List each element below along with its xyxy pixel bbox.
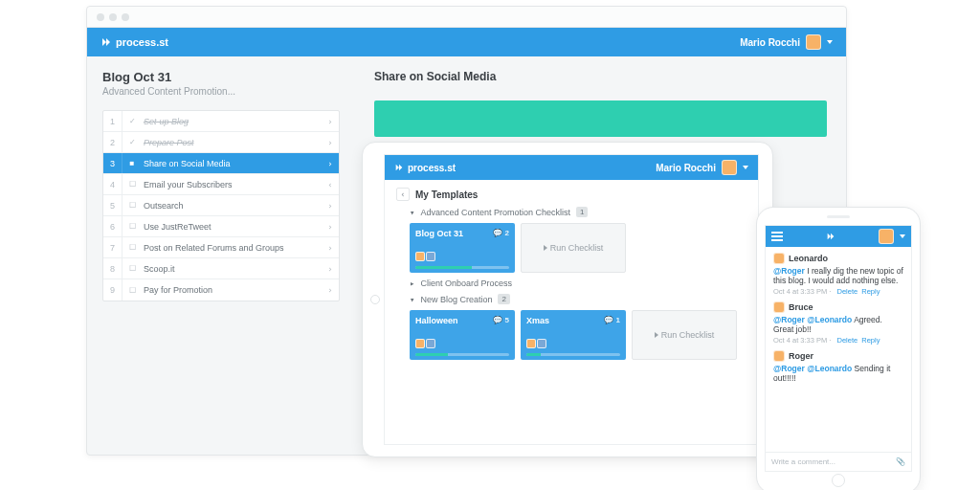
- comment-body: @Roger @Leonardo Agreed. Great job!!: [773, 315, 903, 334]
- mention[interactable]: @Roger: [773, 364, 805, 373]
- attachment-icon[interactable]: 📎: [896, 457, 905, 466]
- logo-icon[interactable]: [826, 232, 835, 241]
- step-number: 2: [103, 132, 122, 152]
- avatar: [773, 253, 785, 264]
- card-title: Xmas: [526, 316, 549, 325]
- comment-author: Roger: [789, 351, 813, 361]
- checklist-card[interactable]: Blog Oct 31💬 2: [410, 223, 515, 273]
- run-checklist-button[interactable]: Run Checklist: [632, 310, 737, 360]
- assignee-avatars: [526, 339, 546, 348]
- back-button[interactable]: ‹: [396, 188, 410, 201]
- template-group[interactable]: ▾New Blog Creation2: [410, 294, 746, 304]
- template-group[interactable]: ▾Advanced Content Promotion Checklist1: [410, 207, 746, 217]
- step-label: Outsearch: [142, 201, 322, 211]
- reply-link[interactable]: Reply: [861, 287, 880, 296]
- step-label: Share on Social Media: [142, 159, 322, 168]
- run-label: Run Checklist: [661, 330, 715, 340]
- comment-author: Leonardo: [789, 254, 828, 263]
- disclosure-icon: ▾: [410, 295, 414, 304]
- panel-heading: Share on Social Media: [374, 70, 827, 83]
- chevron-icon: ›: [322, 138, 339, 147]
- home-button[interactable]: [832, 474, 845, 487]
- comment-count: 💬 1: [604, 316, 620, 324]
- step-label: Use JustReTweet: [142, 222, 322, 232]
- window-dot[interactable]: [122, 13, 129, 21]
- step-label: Set-up Blog: [142, 117, 322, 126]
- step-label: Scoop.it: [142, 264, 322, 274]
- comment-input[interactable]: Write a comment... 📎: [766, 452, 911, 471]
- checkbox-icon: ☐: [122, 201, 142, 210]
- template-group[interactable]: ▸Client Onboard Process: [410, 278, 746, 288]
- user-menu[interactable]: Mario Rocchi: [740, 34, 833, 50]
- step-number: 3: [103, 153, 122, 173]
- play-icon: [655, 332, 658, 338]
- checkbox-icon: ☐: [122, 286, 142, 295]
- mention[interactable]: @Roger: [773, 266, 805, 276]
- step-item[interactable]: 6☐Use JustReTweet›: [103, 216, 339, 237]
- count-badge: 1: [576, 207, 588, 217]
- comment-placeholder: Write a comment...: [771, 457, 835, 466]
- avatar: [722, 160, 737, 175]
- checkbox-icon: ☐: [122, 243, 142, 252]
- chevron-icon: ›: [322, 243, 339, 253]
- primary-action-button[interactable]: [374, 100, 827, 137]
- phone-device: Leonardo@Roger I really dig the new topi…: [756, 207, 921, 490]
- brand-logo[interactable]: process.st: [394, 163, 456, 173]
- checklist-card[interactable]: Halloween💬 5: [410, 310, 515, 360]
- step-item[interactable]: 1✓Set-up Blog›: [103, 111, 339, 132]
- group-title: Client Onboard Process: [420, 278, 512, 288]
- step-item[interactable]: 2✓Prepare Post›: [103, 132, 339, 153]
- step-item[interactable]: 3■Share on Social Media›: [103, 153, 339, 174]
- comment-count: 💬 2: [493, 229, 509, 237]
- comment: Roger@Roger @Leonardo Sending it out!!!!…: [773, 350, 903, 383]
- play-icon: [544, 245, 547, 251]
- window-dot[interactable]: [97, 13, 104, 21]
- brand-text: process.st: [408, 163, 456, 173]
- home-button[interactable]: [370, 295, 380, 304]
- chevron-down-icon: [827, 40, 833, 44]
- checkbox-icon: ☐: [122, 222, 142, 231]
- mention[interactable]: @Leonardo: [807, 315, 852, 324]
- step-number: 8: [103, 258, 122, 278]
- comment-body: @Roger @Leonardo Sending it out!!!!!: [773, 364, 903, 383]
- comment-meta: Oct 4 at 3:33 PM · DeleteReply: [773, 336, 903, 345]
- step-item[interactable]: 4☐Email your Subscribers‹: [103, 174, 339, 195]
- user-menu[interactable]: [879, 229, 905, 244]
- progress-bar: [526, 353, 620, 356]
- chevron-icon: ‹: [322, 180, 339, 189]
- delete-link[interactable]: Delete: [837, 287, 858, 296]
- window-dot[interactable]: [109, 13, 117, 21]
- step-number: 6: [103, 216, 122, 236]
- step-list: 1✓Set-up Blog›2✓Prepare Post›3■Share on …: [102, 110, 340, 301]
- breadcrumb: My Templates: [415, 189, 478, 200]
- step-label: Prepare Post: [142, 138, 322, 147]
- mention[interactable]: @Roger: [773, 315, 805, 324]
- step-item[interactable]: 5☐Outsearch›: [103, 195, 339, 216]
- user-menu[interactable]: Mario Rocchi: [656, 160, 748, 175]
- progress-bar: [415, 353, 509, 356]
- count-badge: 2: [498, 294, 509, 304]
- step-number: 7: [103, 237, 122, 257]
- mention[interactable]: @Leonardo: [807, 364, 852, 373]
- avatar: [879, 229, 894, 244]
- menu-icon[interactable]: [771, 232, 783, 241]
- comment-meta: Oct 4 at 3:33 PM · DeleteReply: [773, 287, 903, 296]
- checkbox-icon: ■: [122, 159, 142, 167]
- disclosure-icon: ▸: [410, 278, 414, 288]
- reply-link[interactable]: Reply: [861, 336, 880, 345]
- step-item[interactable]: 9☐Pay for Promotion›: [103, 279, 339, 301]
- chevron-icon: ›: [322, 117, 339, 126]
- step-label: Post on Related Forums and Groups: [142, 243, 322, 253]
- step-number: 1: [103, 111, 122, 131]
- chevron-icon: ›: [322, 264, 339, 274]
- delete-link[interactable]: Delete: [837, 336, 858, 345]
- run-checklist-button[interactable]: Run Checklist: [521, 223, 626, 273]
- browser-chrome: [87, 7, 846, 28]
- chevron-icon: ›: [322, 159, 339, 168]
- chevron-icon: ›: [322, 201, 339, 211]
- user-name: Mario Rocchi: [740, 37, 800, 48]
- checklist-card[interactable]: Xmas💬 1: [521, 310, 626, 360]
- brand-logo[interactable]: process.st: [100, 36, 168, 48]
- step-item[interactable]: 8☐Scoop.it›: [103, 258, 339, 279]
- step-item[interactable]: 7☐Post on Related Forums and Groups›: [103, 237, 339, 258]
